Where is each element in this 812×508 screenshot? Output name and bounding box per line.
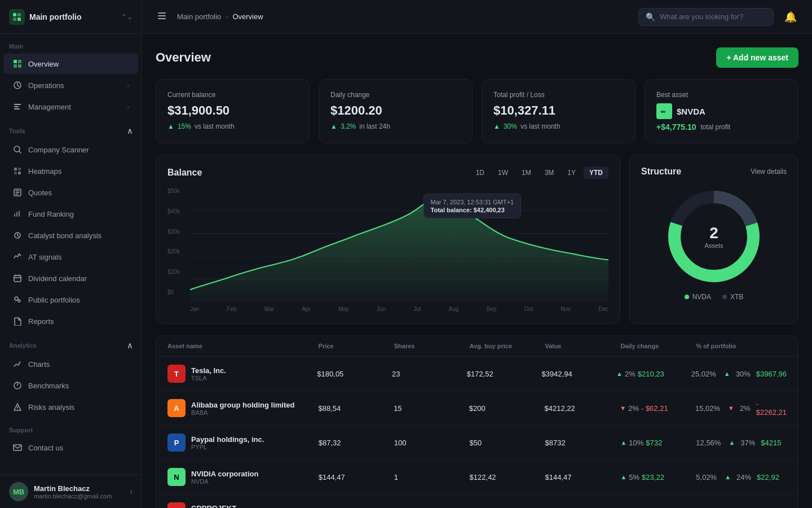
svg-point-34 bbox=[432, 196, 438, 202]
asset-profit: 15,02% ▼ 2% - $2262,21 bbox=[695, 400, 787, 417]
sidebar-item-risks-analysis[interactable]: Risks analysis bbox=[3, 397, 138, 417]
asset-value: $144,47 bbox=[545, 473, 621, 481]
svg-rect-7 bbox=[18, 64, 21, 68]
sidebar-item-overview[interactable]: Overview bbox=[3, 54, 138, 74]
stat-balance-pct: 15% bbox=[178, 122, 191, 130]
table-row[interactable]: N NVIDIA corporation NVDA $144,47 1 $122… bbox=[156, 460, 798, 494]
sidebar-logo[interactable]: Main portfolio bbox=[9, 9, 82, 25]
asset-ticker: NVDA bbox=[191, 478, 258, 485]
dividend-calendar-icon bbox=[12, 273, 23, 283]
time-btn-1y[interactable]: 1Y bbox=[562, 167, 581, 179]
sidebar-item-heatmaps[interactable]: Heatmaps bbox=[3, 161, 138, 181]
asset-name: Alibaba group holding limited bbox=[191, 401, 294, 409]
notification-button[interactable]: 🔔 bbox=[780, 7, 801, 27]
public-portfolios-label: Public portfolios bbox=[28, 296, 129, 304]
svg-rect-16 bbox=[18, 172, 21, 174]
asset-ticker: TSLA bbox=[191, 375, 226, 382]
sidebar-section-analytics: Analytics ∧ bbox=[0, 332, 142, 353]
sidebar-item-operations[interactable]: Operations › bbox=[3, 75, 138, 95]
sidebar-item-public-portfolios[interactable]: Public portfolios bbox=[3, 290, 138, 310]
svg-rect-9 bbox=[14, 104, 21, 105]
tools-collapse-icon[interactable]: ∧ bbox=[127, 126, 133, 135]
th-price: Price bbox=[319, 343, 394, 349]
legend-nvda: NVDA bbox=[685, 293, 711, 301]
sidebar-item-quotes[interactable]: Quotes bbox=[3, 182, 138, 203]
add-asset-button[interactable]: + Add new asset bbox=[716, 47, 798, 68]
time-btn-1w[interactable]: 1W bbox=[492, 167, 514, 179]
asset-logo: A bbox=[167, 399, 186, 417]
stat-card-profit: Total profit / Loss $10,327.11 ▲ 30% vs … bbox=[482, 79, 636, 143]
sidebar-item-benchmarks[interactable]: Benchmarks bbox=[3, 375, 138, 396]
sidebar-item-reports[interactable]: Reports bbox=[3, 311, 138, 331]
asset-info: N NVIDIA corporation NVDA bbox=[167, 468, 319, 486]
th-daily-change: Daily change bbox=[620, 343, 696, 349]
public-portfolios-icon bbox=[12, 295, 23, 305]
svg-point-21 bbox=[18, 300, 20, 302]
daily-change-pct: 5% bbox=[629, 473, 639, 481]
profit-val: $4215 bbox=[761, 439, 781, 447]
asset-daily-change: ▲ 10% $732 bbox=[620, 439, 696, 447]
table-row[interactable]: P Paypal holdings, inc. PYPL $87,32 100 … bbox=[156, 426, 798, 460]
view-details-button[interactable]: View details bbox=[751, 168, 787, 176]
catalyst-bond-icon bbox=[12, 230, 23, 240]
donut-chart: 2 Assets bbox=[641, 186, 787, 287]
company-scanner-icon bbox=[12, 144, 23, 155]
asset-info: A Alibaba group holding limited BABA bbox=[167, 399, 318, 417]
table-row[interactable]: C CDPROJEKT CDP $100,00 20 $170,00 $2000… bbox=[156, 494, 798, 508]
time-btn-ytd[interactable]: YTD bbox=[584, 167, 608, 179]
svg-rect-14 bbox=[18, 168, 21, 170]
management-icon bbox=[12, 102, 23, 112]
management-arrow: › bbox=[127, 103, 129, 110]
asset-shares: 23 bbox=[392, 370, 467, 378]
svg-rect-11 bbox=[14, 108, 20, 110]
balance-chart-area: $50k $40k $30k $20k $10k $0 bbox=[167, 188, 608, 312]
legend-xtb-label: XTB bbox=[730, 293, 743, 301]
time-buttons: 1D 1W 1M 3M 1Y YTD bbox=[470, 167, 608, 179]
sidebar-item-charts[interactable]: Charts bbox=[3, 354, 138, 374]
sidebar-item-management[interactable]: Management › bbox=[3, 97, 138, 117]
stat-card-balance: Current balance $31,900.50 ▲ 15% vs last… bbox=[156, 79, 310, 143]
sidebar-item-company-scanner[interactable]: Company Scanner bbox=[3, 139, 138, 160]
balance-chart-card: Balance 1D 1W 1M 3M 1Y YTD $50k $40k $30… bbox=[156, 155, 620, 324]
panel-toggle-icon[interactable] bbox=[153, 7, 170, 26]
sidebar-section-tools: Tools ∧ bbox=[0, 117, 142, 139]
daily-change-arrow: ▲ bbox=[620, 439, 626, 446]
donut-wrap: 2 Assets bbox=[663, 186, 765, 287]
time-btn-1m[interactable]: 1M bbox=[516, 167, 537, 179]
table-row[interactable]: T Tesla, Inc. TSLA $180,05 23 $172,52 $3… bbox=[156, 357, 798, 391]
management-label: Management bbox=[28, 103, 121, 111]
analytics-collapse-icon[interactable]: ∧ bbox=[127, 341, 133, 350]
breadcrumb-separator: › bbox=[226, 12, 228, 21]
time-btn-3m[interactable]: 3M bbox=[539, 167, 560, 179]
charts-row: Balance 1D 1W 1M 3M 1Y YTD $50k $40k $30… bbox=[156, 155, 798, 324]
user-profile[interactable]: MB Martin Blechacz martin.blechacz@gmail… bbox=[0, 475, 142, 508]
sidebar-item-dividend-calendar[interactable]: Dividend calendar bbox=[3, 268, 138, 288]
sidebar-item-at-signals[interactable]: AT signals bbox=[3, 247, 138, 267]
svg-rect-10 bbox=[14, 106, 19, 107]
structure-legend: NVDA XTB bbox=[641, 293, 787, 301]
sidebar-item-fund-ranking[interactable]: Fund Ranking bbox=[3, 204, 138, 224]
table-row[interactable]: A Alibaba group holding limited BABA $88… bbox=[156, 391, 798, 426]
topbar: Main portfolio › Overview 🔍 What are you… bbox=[142, 0, 812, 34]
search-box[interactable]: 🔍 What are you looking for? bbox=[638, 8, 774, 26]
user-info: Martin Blechacz martin.blechacz@gmail.co… bbox=[34, 484, 124, 500]
svg-rect-1 bbox=[17, 13, 21, 16]
profit-pct: 30% bbox=[736, 370, 751, 378]
portfolio-pct: 5,02% bbox=[696, 473, 717, 481]
overview-label: Overview bbox=[28, 60, 129, 68]
portfolio-pct: 15,02% bbox=[695, 404, 720, 413]
asset-name: Paypal holdings, inc. bbox=[191, 435, 264, 444]
breadcrumb-parent[interactable]: Main portfolio bbox=[177, 12, 221, 21]
sidebar-item-contact-us[interactable]: Contact us bbox=[3, 437, 138, 458]
sidebar-item-catalyst-bond[interactable]: Catalyst bond analysis bbox=[3, 225, 138, 246]
donut-label: Assets bbox=[704, 242, 723, 249]
user-settings-icon[interactable]: › bbox=[130, 487, 133, 496]
asset-price: $144,47 bbox=[319, 473, 394, 481]
stat-profit-change: ▲ 30% vs last month bbox=[493, 122, 624, 130]
quotes-icon bbox=[12, 187, 23, 198]
asset-name: Tesla, Inc. bbox=[191, 366, 226, 375]
asset-name-group: Tesla, Inc. TSLA bbox=[191, 366, 226, 382]
portfolio-switcher-icon[interactable]: ⌃⌄ bbox=[121, 13, 133, 21]
time-btn-1d[interactable]: 1D bbox=[470, 167, 490, 179]
asset-avg-buy: $172,52 bbox=[467, 370, 542, 378]
